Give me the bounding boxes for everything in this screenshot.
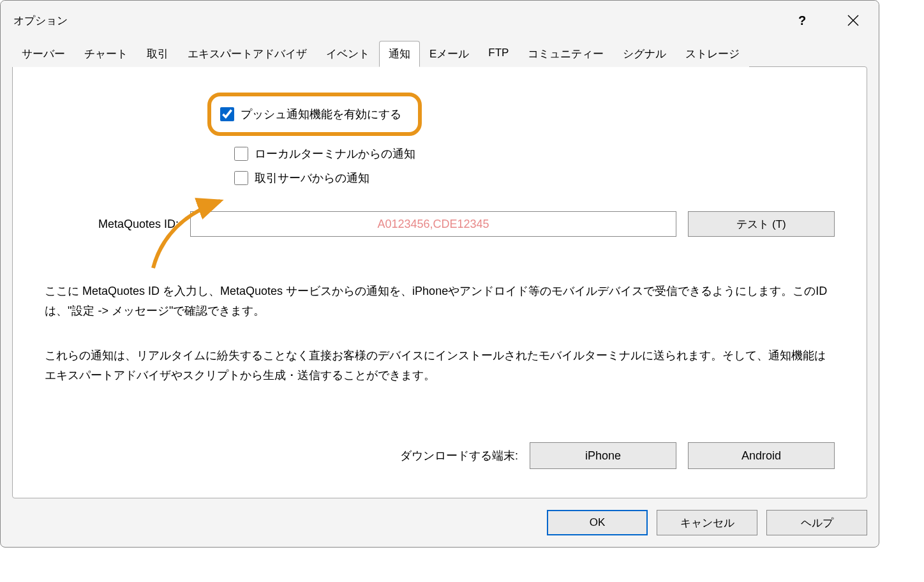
- help-button[interactable]: ヘルプ: [766, 510, 867, 535]
- tab-ftp[interactable]: FTP: [479, 41, 518, 67]
- test-button[interactable]: テスト (T): [688, 211, 835, 237]
- cancel-button[interactable]: キャンセル: [657, 510, 757, 535]
- tab-expert-advisor[interactable]: エキスパートアドバイザ: [178, 41, 317, 67]
- checkbox-local-terminal-input[interactable]: [234, 147, 248, 161]
- download-label: ダウンロードする端末:: [400, 448, 518, 463]
- dialog-footer: OK キャンセル ヘルプ: [1, 510, 879, 547]
- highlight-box: プッシュ通知機能を有効にする: [207, 93, 422, 136]
- ok-button[interactable]: OK: [547, 510, 648, 535]
- help-icon[interactable]: ?: [789, 8, 815, 33]
- metaquotes-id-label: MetaQuotes ID:: [45, 218, 179, 231]
- metaquotes-id-input[interactable]: [190, 211, 676, 237]
- window-title: オプション: [13, 13, 68, 28]
- description-para1: ここに MetaQuotes ID を入力し、MetaQuotes サービスから…: [45, 281, 835, 320]
- titlebar: オプション ?: [1, 1, 879, 40]
- checkbox-trade-server[interactable]: 取引サーバからの通知: [234, 170, 835, 186]
- description-text: ここに MetaQuotes ID を入力し、MetaQuotes サービスから…: [45, 281, 835, 385]
- android-button[interactable]: Android: [688, 442, 835, 469]
- description-para2: これらの通知は、リアルタイムに紛失することなく直接お客様のデバイスにインストール…: [45, 346, 835, 385]
- tab-storage[interactable]: ストレージ: [676, 41, 749, 67]
- close-icon[interactable]: [840, 8, 866, 33]
- options-dialog: オプション ? サーバー チャート 取引 エキスパートアドバイザ イベント 通知…: [0, 0, 879, 548]
- checkbox-trade-server-input[interactable]: [234, 171, 248, 185]
- checkbox-enable-push-input[interactable]: [220, 107, 234, 121]
- checkbox-enable-push-label: プッシュ通知機能を有効にする: [241, 107, 401, 122]
- tab-email[interactable]: Eメール: [420, 41, 479, 67]
- metaquotes-id-row: MetaQuotes ID: テスト (T): [45, 211, 835, 237]
- tab-signal[interactable]: シグナル: [613, 41, 676, 67]
- download-row: ダウンロードする端末: iPhone Android: [45, 442, 835, 469]
- tab-notification[interactable]: 通知: [379, 41, 420, 67]
- tab-community[interactable]: コミュニティー: [518, 41, 613, 67]
- tab-event[interactable]: イベント: [317, 41, 379, 67]
- tab-chart[interactable]: チャート: [75, 41, 137, 67]
- tabs: サーバー チャート 取引 エキスパートアドバイザ イベント 通知 Eメール FT…: [1, 41, 879, 67]
- checkbox-trade-server-label: 取引サーバからの通知: [255, 170, 369, 186]
- tab-trade[interactable]: 取引: [137, 41, 178, 67]
- checkbox-local-terminal[interactable]: ローカルターミナルからの通知: [234, 146, 835, 161]
- tab-server[interactable]: サーバー: [12, 41, 75, 67]
- iphone-button[interactable]: iPhone: [530, 442, 676, 469]
- checkbox-local-terminal-label: ローカルターミナルからの通知: [255, 146, 415, 161]
- titlebar-controls: ?: [789, 8, 866, 33]
- checkbox-enable-push[interactable]: プッシュ通知機能を有効にする: [220, 107, 401, 122]
- tab-content: プッシュ通知機能を有効にする ローカルターミナルからの通知 取引サーバからの通知…: [12, 66, 867, 498]
